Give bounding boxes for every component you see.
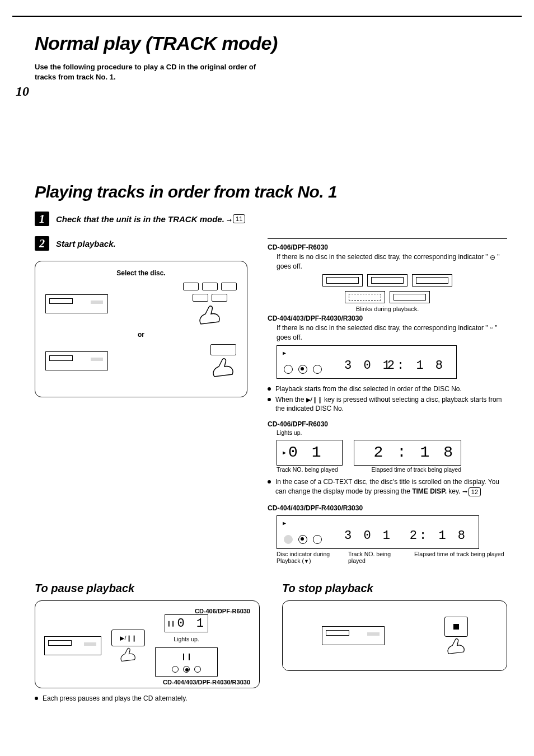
step-1-label: Check that the unit is in the TRACK mode… <box>56 214 224 224</box>
disc-slot-icon <box>490 253 495 261</box>
arrow-icon <box>462 487 467 496</box>
device-illustration <box>44 636 101 655</box>
play-icon <box>283 348 286 357</box>
play-pause-icon <box>306 396 322 403</box>
start-playback-panel: Select the disc. <box>35 261 247 397</box>
blinks-caption: Blinks during playback. <box>268 306 507 312</box>
single-button-group <box>210 344 237 378</box>
circle-indicator-icon <box>490 324 493 332</box>
page-ref-box: 11 <box>233 214 245 223</box>
lcd-track-number: 3 0 1 <box>344 359 392 373</box>
arrow-icon <box>227 214 232 224</box>
circle-indicator-active <box>298 535 307 544</box>
pause-mini-lcd: 0 1 <box>165 614 208 632</box>
pause-icon <box>167 619 175 628</box>
disc-select-button[interactable] <box>193 294 208 302</box>
disc-select-button[interactable] <box>221 283 237 290</box>
pause-column: To pause playback CD-406/DPF-R6030 0 <box>35 567 260 710</box>
lcd-track-number: 3 0 1 <box>344 529 392 543</box>
lights-up-label: Lights up. <box>277 429 507 436</box>
bullet-item: When the key is pressed without selectin… <box>268 395 507 414</box>
button-row-top <box>183 283 237 290</box>
model-label-a: CD-406/DPF-R6030 <box>268 243 507 251</box>
or-label: or <box>45 331 237 339</box>
two-column-layout: 2 Start playback. Select the disc. <box>35 236 507 564</box>
play-icon <box>283 518 286 527</box>
play-button[interactable] <box>210 344 236 355</box>
device-illustration <box>322 626 385 645</box>
lcd-track-display: 0 1 <box>277 440 343 466</box>
model-label-d: CD-404/403/DPF-R4030/R3030 <box>268 504 507 512</box>
intro-text: Use the following procedure to play a CD… <box>35 62 259 82</box>
disc-select-button[interactable] <box>202 283 218 290</box>
lcd-display-b: 3 0 1 2: 1 8 <box>277 345 457 379</box>
pause-flex-row: 0 1 Lights up. <box>44 614 250 677</box>
time-disp-key-label: TIME DISP. <box>412 487 447 495</box>
step-1-text: Check that the unit is in the TRACK mode… <box>56 214 245 224</box>
finger-press-icon <box>118 647 138 662</box>
play-pause-key[interactable] <box>111 630 145 646</box>
elapsed-annotation: Elapsed time of track being played <box>355 467 461 473</box>
disc-slot <box>367 274 407 287</box>
device-illustration <box>45 351 108 370</box>
stop-key[interactable] <box>444 617 468 637</box>
lcd-display-d: 3 0 1 2: 1 8 <box>277 515 479 549</box>
right-column: CD-406/DPF-R6030 If there is no disc in … <box>268 236 507 564</box>
top-rule <box>12 16 522 17</box>
pause-key-group <box>111 630 145 662</box>
lcd-time: 2: 1 8 <box>410 529 467 543</box>
pause-icon <box>181 651 192 660</box>
stop-icon <box>453 624 459 630</box>
pause-model-a: CD-406/DPF-R6030 <box>44 608 250 614</box>
elapsed-annotation: Elapsed time of track being played <box>414 551 507 564</box>
bullet-item: In the case of a CD-TEXT disc, the disc'… <box>268 477 507 496</box>
page-title: Normal play (TRACK mode) <box>35 32 507 54</box>
stop-key-group <box>444 617 468 655</box>
pause-lcd-value: 0 1 <box>177 617 206 631</box>
bullet-item: Playback starts from the disc selected i… <box>268 384 507 394</box>
finger-press-icon <box>210 358 237 378</box>
button-row-bottom <box>193 294 227 302</box>
pause-panel: CD-406/DPF-R6030 0 1 Light <box>35 600 260 688</box>
circle-indicator <box>172 666 179 673</box>
pause-display-stack: 0 1 Lights up. <box>155 614 218 677</box>
pause-bottom-lcd <box>155 647 218 677</box>
disc-indicator-annotation: Disc indicator during Playback () <box>277 551 338 564</box>
pause-heading: To pause playback <box>35 582 260 595</box>
disc-select-button[interactable] <box>183 283 199 290</box>
lights-up-label: Lights up. <box>174 636 199 643</box>
lcd-time-display: 2 : 1 8 <box>354 440 461 466</box>
step-2-row: 2 Start playback. <box>35 236 247 251</box>
disc-select-button[interactable] <box>212 294 227 302</box>
model-label-b: CD-404/403/DPF-R4030/R3030 <box>268 314 507 322</box>
disc-slot-blinking <box>345 291 385 303</box>
bullet-item: Each press pauses and plays the CD alter… <box>35 694 260 703</box>
page-number: 10 <box>16 84 29 99</box>
left-column: 2 Start playback. Select the disc. <box>35 236 247 397</box>
stop-heading: To stop playback <box>282 582 507 595</box>
split-display-c: 0 1 2 : 1 8 <box>277 440 507 466</box>
circle-indicator <box>313 365 322 374</box>
track-no-annotation: Track NO. being played <box>277 467 344 473</box>
circle-indicator <box>284 365 293 374</box>
stop-column: To stop playback <box>282 567 507 710</box>
track-no-annotation: Track NO. being played <box>348 551 404 564</box>
annotation-row-d: Disc indicator during Playback () Track … <box>277 551 507 564</box>
model-label-c: CD-406/DPF-R6030 <box>268 420 507 428</box>
button-stack <box>183 283 237 325</box>
content-area: Normal play (TRACK mode) Use the followi… <box>35 27 507 710</box>
lcd-track-value: 0 1 <box>288 444 323 461</box>
no-disc-text-a: If there is no disc in the selected disc… <box>277 252 507 271</box>
bottom-row: To pause playback CD-406/DPF-R6030 0 <box>35 567 507 710</box>
cdtext-bullet: In the case of a CD-TEXT disc, the disc'… <box>268 477 507 496</box>
select-disc-label: Select the disc. <box>45 269 237 277</box>
disc-slot-diagram <box>315 274 460 303</box>
device-illustration <box>45 294 108 313</box>
disc-indicator-circles <box>284 535 322 544</box>
lcd-time-value: 2 : 1 8 <box>373 444 455 461</box>
cdtext-tail: key. <box>447 487 460 495</box>
play-icon <box>283 449 286 457</box>
step-2-badge: 2 <box>35 236 49 251</box>
divider <box>268 238 507 239</box>
no-disc-text-b: If there is no disc in the selected disc… <box>277 323 507 341</box>
